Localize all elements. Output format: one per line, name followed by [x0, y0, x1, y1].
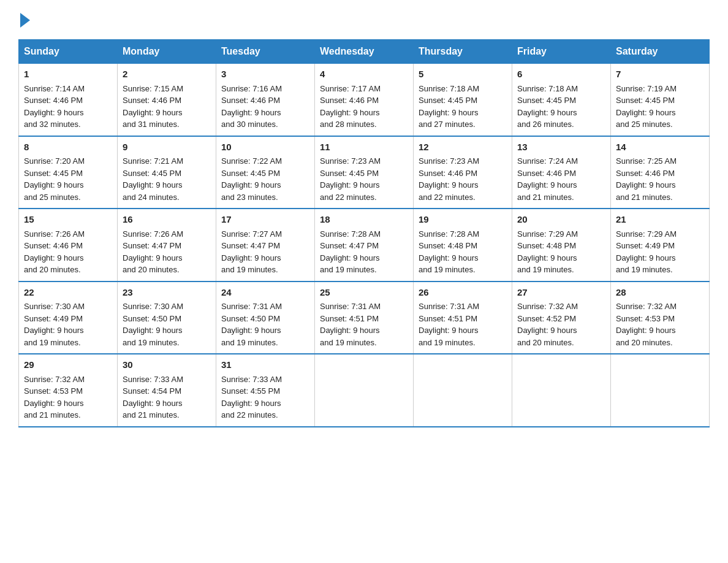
calendar-week-row: 1Sunrise: 7:14 AMSunset: 4:46 PMDaylight… — [19, 64, 710, 136]
calendar-cell: 31Sunrise: 7:33 AMSunset: 4:55 PMDayligh… — [216, 354, 315, 427]
calendar-cell: 8Sunrise: 7:20 AMSunset: 4:45 PMDaylight… — [19, 136, 118, 209]
header-tuesday: Tuesday — [216, 40, 315, 64]
day-info: Sunrise: 7:17 AMSunset: 4:46 PMDaylight:… — [320, 84, 381, 129]
calendar-cell: 19Sunrise: 7:28 AMSunset: 4:48 PMDayligh… — [414, 209, 512, 282]
calendar-header-row: SundayMondayTuesdayWednesdayThursdayFrid… — [19, 40, 710, 64]
header-monday: Monday — [118, 40, 216, 64]
calendar-cell: 14Sunrise: 7:25 AMSunset: 4:46 PMDayligh… — [611, 136, 710, 209]
day-number: 26 — [419, 286, 507, 300]
calendar-week-row: 15Sunrise: 7:26 AMSunset: 4:46 PMDayligh… — [19, 209, 710, 282]
day-number: 14 — [616, 140, 704, 155]
day-info: Sunrise: 7:32 AMSunset: 4:53 PMDaylight:… — [616, 302, 677, 347]
header-wednesday: Wednesday — [315, 40, 414, 64]
day-number: 28 — [616, 286, 704, 300]
day-number: 23 — [123, 286, 211, 300]
day-info: Sunrise: 7:33 AMSunset: 4:54 PMDaylight:… — [123, 375, 183, 420]
calendar-cell: 21Sunrise: 7:29 AMSunset: 4:49 PMDayligh… — [611, 209, 710, 282]
day-number: 29 — [24, 358, 112, 372]
header-saturday: Saturday — [611, 40, 710, 64]
day-info: Sunrise: 7:18 AMSunset: 4:45 PMDaylight:… — [419, 84, 479, 129]
calendar-cell: 5Sunrise: 7:18 AMSunset: 4:45 PMDaylight… — [414, 64, 512, 136]
calendar-cell: 27Sunrise: 7:32 AMSunset: 4:52 PMDayligh… — [512, 282, 611, 354]
day-info: Sunrise: 7:32 AMSunset: 4:52 PMDaylight:… — [517, 302, 578, 347]
calendar-cell: 22Sunrise: 7:30 AMSunset: 4:49 PMDayligh… — [19, 282, 118, 354]
calendar-cell: 1Sunrise: 7:14 AMSunset: 4:46 PMDaylight… — [19, 64, 118, 136]
calendar-cell: 12Sunrise: 7:23 AMSunset: 4:46 PMDayligh… — [414, 136, 512, 209]
calendar-cell: 16Sunrise: 7:26 AMSunset: 4:47 PMDayligh… — [118, 209, 216, 282]
day-number: 24 — [221, 286, 309, 300]
day-number: 10 — [221, 140, 309, 155]
calendar-cell: 7Sunrise: 7:19 AMSunset: 4:45 PMDaylight… — [611, 64, 710, 136]
day-info: Sunrise: 7:30 AMSunset: 4:49 PMDaylight:… — [24, 302, 85, 347]
calendar-cell: 23Sunrise: 7:30 AMSunset: 4:50 PMDayligh… — [118, 282, 216, 354]
calendar-cell: 15Sunrise: 7:26 AMSunset: 4:46 PMDayligh… — [19, 209, 118, 282]
calendar-cell: 24Sunrise: 7:31 AMSunset: 4:50 PMDayligh… — [216, 282, 315, 354]
day-info: Sunrise: 7:29 AMSunset: 4:48 PMDaylight:… — [517, 229, 578, 275]
calendar-cell — [414, 354, 512, 427]
day-number: 9 — [123, 140, 211, 155]
calendar-cell: 13Sunrise: 7:24 AMSunset: 4:46 PMDayligh… — [512, 136, 611, 209]
day-number: 1 — [24, 67, 112, 82]
calendar-cell: 26Sunrise: 7:31 AMSunset: 4:51 PMDayligh… — [414, 282, 512, 354]
day-number: 20 — [517, 213, 605, 227]
day-info: Sunrise: 7:20 AMSunset: 4:45 PMDaylight:… — [24, 156, 85, 202]
day-number: 31 — [221, 358, 309, 372]
day-info: Sunrise: 7:24 AMSunset: 4:46 PMDaylight:… — [517, 156, 578, 202]
day-info: Sunrise: 7:26 AMSunset: 4:46 PMDaylight:… — [24, 229, 85, 275]
calendar-cell — [315, 354, 414, 427]
day-info: Sunrise: 7:15 AMSunset: 4:46 PMDaylight:… — [123, 84, 183, 129]
day-info: Sunrise: 7:31 AMSunset: 4:51 PMDaylight:… — [419, 302, 479, 347]
day-number: 13 — [517, 140, 605, 155]
day-info: Sunrise: 7:25 AMSunset: 4:46 PMDaylight:… — [616, 156, 677, 202]
header-thursday: Thursday — [414, 40, 512, 64]
calendar-cell: 30Sunrise: 7:33 AMSunset: 4:54 PMDayligh… — [118, 354, 216, 427]
calendar-cell: 29Sunrise: 7:32 AMSunset: 4:53 PMDayligh… — [19, 354, 118, 427]
day-number: 27 — [517, 286, 605, 300]
day-info: Sunrise: 7:14 AMSunset: 4:46 PMDaylight:… — [24, 84, 85, 129]
day-number: 3 — [221, 67, 309, 82]
day-number: 2 — [123, 67, 211, 82]
calendar-cell: 18Sunrise: 7:28 AMSunset: 4:47 PMDayligh… — [315, 209, 414, 282]
day-info: Sunrise: 7:32 AMSunset: 4:53 PMDaylight:… — [24, 375, 85, 420]
calendar-week-row: 8Sunrise: 7:20 AMSunset: 4:45 PMDaylight… — [19, 136, 710, 209]
calendar-cell: 10Sunrise: 7:22 AMSunset: 4:45 PMDayligh… — [216, 136, 315, 209]
day-number: 18 — [320, 213, 408, 227]
calendar-cell: 11Sunrise: 7:23 AMSunset: 4:45 PMDayligh… — [315, 136, 414, 209]
day-number: 12 — [419, 140, 507, 155]
day-number: 5 — [419, 67, 507, 82]
day-number: 16 — [123, 213, 211, 227]
calendar-cell: 4Sunrise: 7:17 AMSunset: 4:46 PMDaylight… — [315, 64, 414, 136]
header-friday: Friday — [512, 40, 611, 64]
logo-chevron-icon — [20, 13, 30, 28]
calendar-table: SundayMondayTuesdayWednesdayThursdayFrid… — [18, 39, 710, 427]
calendar-cell: 6Sunrise: 7:18 AMSunset: 4:45 PMDaylight… — [512, 64, 611, 136]
day-number: 15 — [24, 213, 112, 227]
day-info: Sunrise: 7:27 AMSunset: 4:47 PMDaylight:… — [221, 229, 282, 275]
calendar-cell — [512, 354, 611, 427]
day-number: 30 — [123, 358, 211, 372]
day-number: 8 — [24, 140, 112, 155]
calendar-week-row: 22Sunrise: 7:30 AMSunset: 4:49 PMDayligh… — [19, 282, 710, 354]
day-number: 22 — [24, 286, 112, 300]
day-info: Sunrise: 7:18 AMSunset: 4:45 PMDaylight:… — [517, 84, 578, 129]
day-info: Sunrise: 7:16 AMSunset: 4:46 PMDaylight:… — [221, 84, 282, 129]
calendar-cell: 2Sunrise: 7:15 AMSunset: 4:46 PMDaylight… — [118, 64, 216, 136]
day-info: Sunrise: 7:29 AMSunset: 4:49 PMDaylight:… — [616, 229, 677, 275]
calendar-cell: 17Sunrise: 7:27 AMSunset: 4:47 PMDayligh… — [216, 209, 315, 282]
page-header — [18, 12, 710, 27]
day-info: Sunrise: 7:33 AMSunset: 4:55 PMDaylight:… — [221, 375, 282, 420]
logo — [18, 12, 30, 27]
calendar-cell: 25Sunrise: 7:31 AMSunset: 4:51 PMDayligh… — [315, 282, 414, 354]
day-number: 4 — [320, 67, 408, 82]
day-info: Sunrise: 7:22 AMSunset: 4:45 PMDaylight:… — [221, 156, 282, 202]
calendar-week-row: 29Sunrise: 7:32 AMSunset: 4:53 PMDayligh… — [19, 354, 710, 427]
day-info: Sunrise: 7:30 AMSunset: 4:50 PMDaylight:… — [123, 302, 183, 347]
day-info: Sunrise: 7:31 AMSunset: 4:51 PMDaylight:… — [320, 302, 381, 347]
calendar-cell: 28Sunrise: 7:32 AMSunset: 4:53 PMDayligh… — [611, 282, 710, 354]
day-info: Sunrise: 7:26 AMSunset: 4:47 PMDaylight:… — [123, 229, 183, 275]
day-info: Sunrise: 7:19 AMSunset: 4:45 PMDaylight:… — [616, 84, 677, 129]
day-info: Sunrise: 7:28 AMSunset: 4:47 PMDaylight:… — [320, 229, 381, 275]
day-info: Sunrise: 7:23 AMSunset: 4:46 PMDaylight:… — [419, 156, 479, 202]
day-info: Sunrise: 7:28 AMSunset: 4:48 PMDaylight:… — [419, 229, 479, 275]
day-number: 7 — [616, 67, 704, 82]
